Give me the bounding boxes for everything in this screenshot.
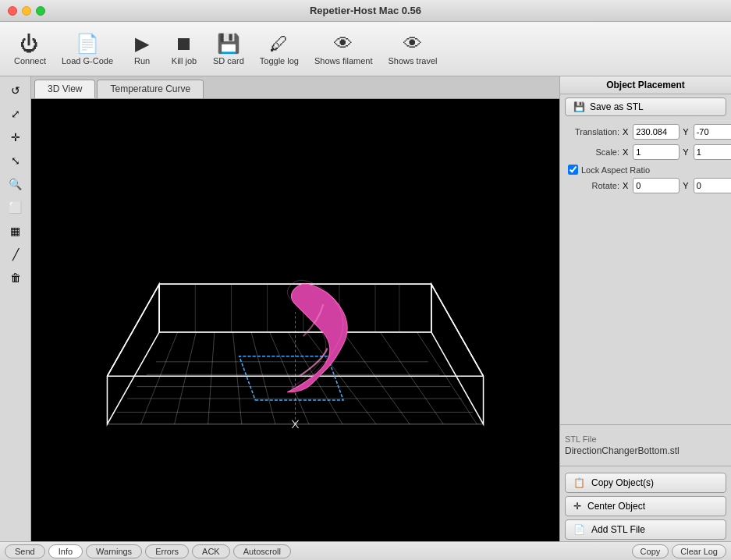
right-panel: Object Placement 💾 Save as STL Translati… xyxy=(559,76,731,541)
shows-filament-button[interactable]: 👁 Shows filament xyxy=(308,30,379,69)
log-tabs: Send Info Warnings Errors ACK Autoscroll… xyxy=(0,542,731,560)
rotate-x-input[interactable] xyxy=(633,178,680,193)
move-button[interactable]: ✛ xyxy=(3,126,28,148)
close-button[interactable] xyxy=(8,6,17,16)
center-pane: 3D View Temperature Curve xyxy=(31,76,559,541)
main-area: ↺ ⤢ ✛ ⤡ 🔍 ⬜ ▦ ╱ 🗑 3D View Temperature Cu… xyxy=(0,76,731,541)
stl-file-label: STL File xyxy=(565,434,726,444)
scale-y-label: Y xyxy=(683,147,688,157)
stl-filename: DirectionChangerBottom.stl xyxy=(565,445,726,456)
copy-log-button[interactable]: Copy xyxy=(632,544,669,558)
tab-3d-view[interactable]: 3D View xyxy=(34,80,95,98)
rotate-label: Rotate: xyxy=(565,181,619,190)
save-as-stl-button[interactable]: 💾 Save as STL xyxy=(565,97,726,116)
toolbar: ⏻ Connect 📄 Load G-Code ▶ Run ⏹ Kill job… xyxy=(0,22,731,76)
scale-label: Scale: xyxy=(565,147,619,157)
kill-job-button[interactable]: ⏹ Kill job xyxy=(165,30,204,69)
divider-2 xyxy=(560,466,731,466)
run-button[interactable]: ▶ Run xyxy=(122,30,161,69)
log-tab-info[interactable]: Info xyxy=(48,544,83,558)
left-sidebar: ↺ ⤢ ✛ ⤡ 🔍 ⬜ ▦ ╱ 🗑 xyxy=(0,76,31,541)
translation-x-input[interactable] xyxy=(633,124,680,140)
copy-objects-button[interactable]: 📋 Copy Object(s) xyxy=(565,473,726,493)
log-tab-send[interactable]: Send xyxy=(5,544,45,558)
maximize-button[interactable] xyxy=(36,6,45,16)
svg-rect-0 xyxy=(31,184,559,456)
translation-x-label: X xyxy=(623,127,628,136)
lock-aspect-label: Lock Aspect Ratio xyxy=(581,165,650,175)
delete-button[interactable]: 🗑 xyxy=(3,267,28,289)
scale-x-label: X xyxy=(623,147,628,157)
log-area: Send Info Warnings Errors ACK Autoscroll… xyxy=(0,541,731,560)
power-icon: ⏻ xyxy=(20,33,39,55)
shows-travel-button[interactable]: 👁 Shows travel xyxy=(382,30,444,69)
add-stl-button[interactable]: 📄 Add STL File xyxy=(565,519,726,540)
window-title: Repetier-Host Mac 0.56 xyxy=(310,5,421,16)
toggle-log-icon: 🖊 xyxy=(270,33,289,55)
load-gcode-button[interactable]: 📄 Load G-Code xyxy=(55,30,119,69)
translation-row: Translation: X Y xyxy=(565,124,726,140)
stl-section: STL File DirectionChangerBottom.stl xyxy=(560,430,731,461)
play-icon: ▶ xyxy=(135,33,149,55)
rotate-y-input[interactable] xyxy=(694,178,731,193)
window-controls[interactable] xyxy=(8,6,45,16)
log-tab-warnings[interactable]: Warnings xyxy=(86,544,142,558)
translation-y-input[interactable] xyxy=(694,124,731,140)
translation-label: Translation: xyxy=(565,127,619,136)
rotate-x-label: X xyxy=(623,181,628,190)
reset-view-button[interactable]: ↺ xyxy=(3,80,28,101)
center-object-button[interactable]: ✛ Center Object xyxy=(565,496,726,516)
log-actions: Copy Clear Log xyxy=(632,544,726,558)
titlebar: Repetier-Host Mac 0.56 xyxy=(0,0,731,22)
lock-aspect-row: Lock Aspect Ratio xyxy=(565,165,726,175)
3d-viewport[interactable] xyxy=(31,99,559,541)
copy-objects-icon: 📋 xyxy=(573,477,585,488)
add-stl-icon: 📄 xyxy=(573,524,585,535)
scale-row: Scale: X Y xyxy=(565,144,726,160)
toggle-log-button[interactable]: 🖊 Toggle log xyxy=(254,30,305,69)
scale-x-input[interactable] xyxy=(633,144,680,160)
select-button[interactable]: ⬜ xyxy=(3,197,28,218)
translation-y-label: Y xyxy=(683,127,688,136)
clear-log-button[interactable]: Clear Log xyxy=(672,544,726,558)
minimize-button[interactable] xyxy=(22,6,31,16)
connect-button[interactable]: ⏻ Connect xyxy=(8,30,52,69)
center-object-icon: ✛ xyxy=(573,501,581,512)
stop-icon: ⏹ xyxy=(175,33,193,55)
filament-icon: 👁 xyxy=(334,33,353,55)
travel-icon: 👁 xyxy=(403,33,422,55)
view-tabs: 3D View Temperature Curve xyxy=(31,76,559,99)
lock-aspect-checkbox[interactable] xyxy=(568,165,578,175)
object-placement-header: Object Placement xyxy=(560,76,731,94)
placement-controls: Translation: X Y Scale: X Y Lock Aspect … xyxy=(560,119,731,420)
grid-button[interactable]: ▦ xyxy=(3,220,28,242)
divider-1 xyxy=(560,424,731,425)
log-tab-ack[interactable]: ACK xyxy=(192,544,230,558)
zoom-fit-button[interactable]: ⤢ xyxy=(3,103,28,125)
log-tab-errors[interactable]: Errors xyxy=(145,544,189,558)
sd-card-icon: 💾 xyxy=(217,33,240,55)
sd-card-button[interactable]: 💾 SD card xyxy=(207,30,250,69)
rotate-row: Rotate: X Y xyxy=(565,178,726,193)
zoom-button[interactable]: 🔍 xyxy=(3,173,28,195)
log-tab-autoscroll[interactable]: Autoscroll xyxy=(233,544,291,558)
scale-y-input[interactable] xyxy=(694,144,731,160)
resize-button[interactable]: ⤡ xyxy=(3,150,28,172)
measure-button[interactable]: ╱ xyxy=(3,243,28,265)
save-icon: 💾 xyxy=(573,101,585,112)
rotate-y-label: Y xyxy=(683,181,688,190)
file-icon: 📄 xyxy=(76,33,99,55)
tab-temperature-curve[interactable]: Temperature Curve xyxy=(97,80,204,98)
